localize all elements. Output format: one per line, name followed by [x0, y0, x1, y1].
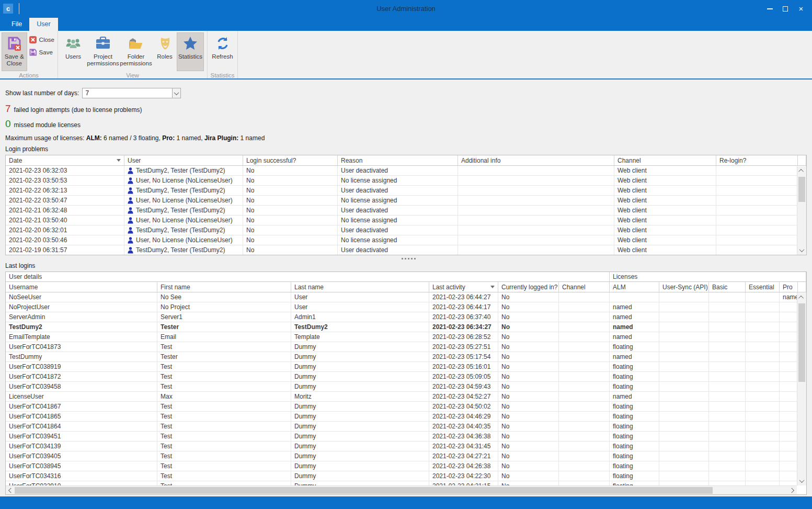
users-button[interactable]: Users: [60, 32, 87, 71]
sort-desc-icon: [490, 286, 495, 288]
scroll-down-button[interactable]: [797, 246, 806, 255]
last-login-row[interactable]: TestDumy2 Tester TestDumy2 2021-02-23 06…: [6, 322, 806, 332]
column-header-username[interactable]: Username: [6, 282, 157, 292]
scroll-up-button[interactable]: [797, 293, 806, 302]
column-header-relogin[interactable]: Re-login?: [716, 155, 798, 166]
login-problems-table: Date User Login successful? Reason Addit…: [5, 155, 807, 255]
splitter-handle[interactable]: [5, 255, 812, 262]
close-icon: ×: [799, 5, 804, 13]
column-header-essential[interactable]: Essential: [746, 282, 780, 292]
close-button[interactable]: Close: [28, 35, 56, 44]
chevron-down-icon: [799, 247, 805, 252]
scroll-right-button[interactable]: [788, 486, 797, 495]
column-header-date[interactable]: Date: [6, 155, 124, 166]
login-problem-row[interactable]: 2021-02-20 06:32:01 TestDumy2, Tester (T…: [6, 225, 806, 235]
tab-user[interactable]: User: [29, 18, 58, 31]
last-login-row[interactable]: NoSeeUser No See User 2021-02-23 06:44:2…: [6, 292, 806, 302]
last-logins-title: Last logins: [5, 262, 812, 269]
minimize-button[interactable]: [762, 2, 777, 16]
last-login-row[interactable]: UserForTC041867 Test Dummy 2021-02-23 04…: [6, 402, 806, 412]
save-and-close-button[interactable]: Save & Close: [2, 32, 27, 71]
scrollbar-thumb[interactable]: [15, 487, 713, 494]
close-window-button[interactable]: ×: [793, 2, 809, 16]
missed-license-count: 0: [5, 118, 11, 130]
scroll-down-button[interactable]: [797, 477, 806, 485]
statistics-button[interactable]: Statistics: [177, 32, 204, 71]
last-login-row[interactable]: UserForTC038945 Test Dummy 2021-02-23 04…: [6, 461, 806, 471]
days-filter-value[interactable]: 7: [82, 88, 172, 98]
login-problem-row[interactable]: 2021-02-23 03:50:53 User, No License (No…: [6, 176, 806, 186]
days-filter-dropdown-button[interactable]: [172, 88, 181, 98]
scroll-up-button[interactable]: [797, 166, 806, 175]
column-header-first-name[interactable]: First name: [157, 282, 291, 292]
tab-file[interactable]: File: [4, 18, 29, 31]
last-login-row[interactable]: UserForTC041864 Test Dummy 2021-02-23 04…: [6, 422, 806, 432]
folder-permissions-icon: [128, 35, 144, 52]
column-header-login-successful[interactable]: Login successful?: [243, 155, 338, 166]
maximize-button[interactable]: [777, 2, 793, 16]
jira-plugin-value: 1 named: [241, 134, 265, 142]
last-login-row[interactable]: UserForTC039458 Test Dummy 2021-02-23 04…: [6, 382, 806, 392]
last-login-row[interactable]: ServerAdmin Server1 Admin1 2021-02-23 06…: [6, 312, 806, 322]
login-problems-vertical-scrollbar[interactable]: [797, 166, 806, 255]
sort-desc-icon: [117, 159, 121, 162]
login-problem-row[interactable]: 2021-02-21 06:32:48 TestDumy2, Tester (T…: [6, 206, 806, 216]
column-header-reason[interactable]: Reason: [338, 155, 458, 166]
missed-license-text: missed module licenses: [14, 121, 81, 129]
login-problem-row[interactable]: 2021-02-23 06:32:03 TestDumy2, Tester (T…: [6, 166, 806, 176]
scrollbar-thumb[interactable]: [798, 177, 805, 202]
login-problem-row[interactable]: 2021-02-19 06:31:57 TestDumy2, Tester (T…: [6, 245, 806, 255]
column-header-last-activity[interactable]: Last activity: [429, 282, 498, 292]
group-label-statistics: Statistics: [208, 72, 237, 80]
days-filter-combobox[interactable]: 7: [82, 88, 181, 98]
column-header-currently-logged-in[interactable]: Currently logged in?: [498, 282, 559, 292]
last-login-row[interactable]: UserForTC034139 Test Dummy 2021-02-23 04…: [6, 442, 806, 451]
last-login-row[interactable]: NoProjectUser No Project User 2021-02-23…: [6, 302, 806, 312]
last-login-row[interactable]: UserForTC041872 Test Dummy 2021-02-23 05…: [6, 372, 806, 382]
scrollbar-corner: [797, 485, 806, 494]
users-icon: [65, 35, 82, 52]
last-login-row[interactable]: UserForTC034316 Test Dummy 2021-02-23 04…: [6, 471, 806, 481]
last-login-row[interactable]: UserForTC039405 Test Dummy 2021-02-23 04…: [6, 451, 806, 461]
login-problem-row[interactable]: 2021-02-22 06:32:13 TestDumy2, Tester (T…: [6, 186, 806, 196]
minimize-icon: [767, 8, 773, 9]
login-problem-row[interactable]: 2021-02-20 03:50:46 User, No License (No…: [6, 235, 806, 245]
last-login-row[interactable]: LicenseUser Max Moritz 2021-02-23 04:52:…: [6, 392, 806, 402]
chevron-left-icon: [8, 488, 14, 493]
login-problem-row[interactable]: 2021-02-22 03:50:47 User, No License (No…: [6, 196, 806, 206]
column-header-channel[interactable]: Channel: [614, 155, 716, 166]
license-usage-line: Maximum usage of licenses: ALM: 6 named …: [5, 134, 812, 142]
last-login-row[interactable]: EmailTemplate Email Template 2021-02-23 …: [6, 332, 806, 342]
login-problem-row[interactable]: 2021-02-21 03:50:40 User, No License (No…: [6, 216, 806, 225]
last-login-row[interactable]: UserForTC041865 Test Dummy 2021-02-23 04…: [6, 412, 806, 422]
column-header-last-name[interactable]: Last name: [291, 282, 429, 292]
user-icon: [128, 227, 133, 234]
user-icon: [128, 217, 133, 224]
last-login-row[interactable]: UserForTC041873 Test Dummy 2021-02-23 05…: [6, 342, 806, 352]
column-header-alm[interactable]: ALM: [610, 282, 659, 292]
refresh-button[interactable]: Refresh: [209, 32, 236, 71]
save-button[interactable]: Save: [28, 48, 56, 57]
column-header-additional-info[interactable]: Additional info: [458, 155, 614, 166]
user-icon: [128, 187, 133, 194]
project-permissions-icon: [95, 35, 111, 52]
column-header-user[interactable]: User: [124, 155, 243, 166]
folder-permissions-button[interactable]: Folder permissions: [119, 32, 153, 71]
ribbon-group-view: Users Project permissions Folder permiss…: [58, 31, 208, 78]
column-header-basic[interactable]: Basic: [709, 282, 746, 292]
scrollbar-thumb[interactable]: [798, 303, 805, 382]
column-header-channel[interactable]: Channel: [559, 282, 610, 292]
last-login-row[interactable]: TestDummy Tester Dummy 2021-02-23 05:17:…: [6, 352, 806, 362]
column-header-user-sync-api[interactable]: User-Sync (API): [659, 282, 709, 292]
last-login-row[interactable]: UserForTC039451 Test Dummy 2021-02-23 04…: [6, 432, 806, 442]
last-logins-horizontal-scrollbar[interactable]: [6, 485, 797, 494]
last-login-row[interactable]: UserForTC038919 Test Dummy 2021-02-23 05…: [6, 362, 806, 372]
last-logins-vertical-scrollbar[interactable]: [797, 293, 806, 485]
roles-button[interactable]: Roles: [154, 32, 176, 71]
user-icon: [128, 167, 133, 174]
user-icon: [128, 177, 133, 184]
column-header-pro[interactable]: Pro: [780, 282, 798, 292]
project-permissions-button[interactable]: Project permissions: [88, 32, 118, 71]
splitter-dots-icon: [402, 258, 403, 259]
scroll-left-button[interactable]: [6, 486, 15, 495]
